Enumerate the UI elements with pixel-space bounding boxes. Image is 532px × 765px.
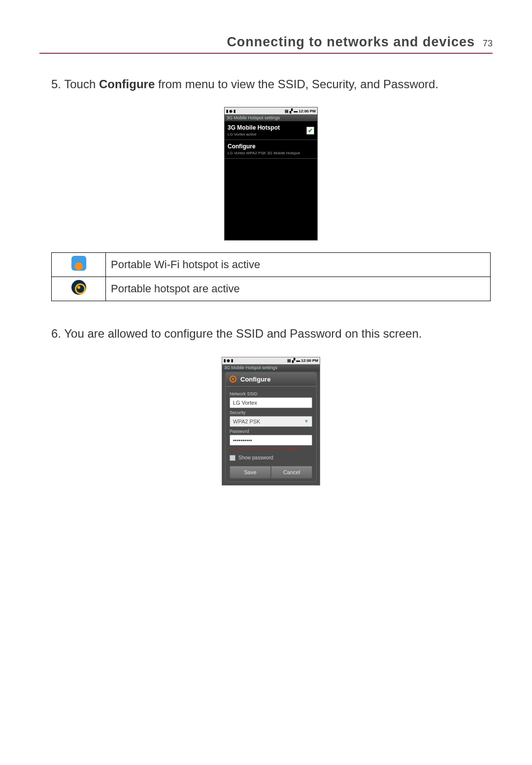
- hotspot-checkbox[interactable]: ✔: [306, 127, 314, 135]
- network-3g-icon: ▤: [287, 358, 291, 363]
- screenshot-configure-dialog: ▮ ◉ ▮ ▤ ▞ ▬ 12:00 PM 3G Mobile Hotspot s…: [222, 357, 320, 486]
- configure-sublabel: LG Vortex WPA2 PSK 3G Mobile Hotspot: [228, 151, 300, 155]
- dialog-title: Configure: [226, 373, 316, 386]
- status-left-icons: ▮ ◉ ▮: [224, 358, 233, 363]
- legend-text: Portable hotspot are active: [106, 277, 491, 301]
- target-icon: [230, 376, 236, 382]
- table-row: Portable hotspot are active: [52, 277, 491, 301]
- wifi-hotspot-icon: ◉: [229, 109, 233, 113]
- configure-label: Configure: [228, 143, 300, 150]
- screenshot-hotspot-settings: ▮ ◉ ▮ ▤ ▞ ▬ 12:00 PM 3G Mobile Hotspot s…: [224, 107, 318, 241]
- icon-cell: [52, 253, 106, 277]
- password-input[interactable]: ••••••••••: [230, 435, 312, 446]
- empty-area: [225, 159, 317, 240]
- usb-icon: ▮: [226, 109, 228, 113]
- status-left-icons: ▮ ◉ ▮: [226, 109, 235, 113]
- screen-title: 3G Mobile Hotspot settings: [225, 114, 317, 121]
- status-bar: ▮ ◉ ▮ ▤ ▞ ▬ 12:00 PM: [225, 107, 317, 114]
- step-bold: Configure: [99, 77, 155, 91]
- chevron-down-icon: ▼: [304, 418, 309, 424]
- signal-icon: ▞: [292, 358, 295, 363]
- step-text: You are allowed to configure the SSID an…: [64, 327, 422, 340]
- status-bar: ▮ ◉ ▮ ▤ ▞ ▬ 12:00 PM: [222, 357, 320, 364]
- icon-legend-table: Portable Wi-Fi hotspot is active Portabl…: [51, 252, 491, 301]
- configure-dialog: Configure Network SSID LG Vortex Securit…: [225, 372, 317, 482]
- screen-title-dim: 3G Mobile Hotspot settings: [222, 364, 320, 371]
- debug-icon: ▮: [231, 358, 233, 363]
- hotspot-toggle-row[interactable]: 3G Mobile Hotspot LG Vortex active ✔: [225, 121, 317, 140]
- hotspot-label: 3G Mobile Hotspot: [228, 124, 280, 131]
- legend-text: Portable Wi-Fi hotspot is active: [106, 253, 491, 277]
- usb-icon: ▮: [224, 358, 226, 363]
- page-number: 73: [483, 38, 493, 49]
- signal-icon: ▞: [290, 109, 293, 113]
- cancel-button[interactable]: Cancel: [271, 466, 312, 479]
- battery-icon: ▬: [294, 109, 298, 113]
- hotspot-sublabel: LG Vortex active: [228, 132, 280, 137]
- body: 5. Touch Configure from menu to view the…: [51, 76, 491, 486]
- page-header: Connecting to networks and devices 73: [39, 35, 493, 54]
- clock: 12:00 PM: [301, 358, 318, 363]
- battery-icon: ▬: [296, 358, 300, 363]
- ssid-input[interactable]: LG Vortex: [230, 397, 312, 408]
- step-number: 6.: [51, 327, 61, 340]
- step-5: 5. Touch Configure from menu to view the…: [51, 76, 491, 92]
- security-label: Security: [230, 410, 312, 415]
- section-title: Connecting to networks and devices: [227, 35, 475, 50]
- dialog-title-text: Configure: [240, 376, 270, 383]
- debug-icon: ▮: [233, 109, 235, 113]
- tether-active-icon: [71, 280, 86, 295]
- wifi-hotspot-active-icon: [71, 256, 86, 271]
- status-right: ▤ ▞ ▬ 12:00 PM: [285, 109, 316, 113]
- security-select[interactable]: WPA2 PSK ▼: [230, 416, 312, 427]
- step-text-post: from menu to view the SSID, Security, an…: [155, 77, 438, 91]
- step-6: 6. You are allowed to configure the SSID…: [51, 326, 491, 342]
- save-button[interactable]: Save: [230, 466, 271, 479]
- network-3g-icon: ▤: [285, 109, 289, 113]
- configure-row[interactable]: Configure LG Vortex WPA2 PSK 3G Mobile H…: [225, 140, 317, 159]
- ssid-label: Network SSID: [230, 391, 312, 396]
- show-password-checkbox[interactable]: [230, 455, 235, 461]
- table-row: Portable Wi-Fi hotspot is active: [52, 253, 491, 277]
- password-label: Password: [230, 429, 312, 434]
- wifi-hotspot-icon: ◉: [227, 358, 230, 363]
- status-right: ▤ ▞ ▬ 12:00 PM: [287, 358, 318, 363]
- step-number: 5.: [51, 77, 61, 91]
- security-value: WPA2 PSK: [233, 418, 260, 424]
- step-text-pre: Touch: [64, 77, 99, 91]
- icon-cell: [52, 277, 106, 301]
- clock: 12:00 PM: [299, 109, 316, 113]
- show-password-label: Show password: [238, 455, 273, 460]
- password-hint: The password must have at least 8 charac…: [230, 447, 312, 450]
